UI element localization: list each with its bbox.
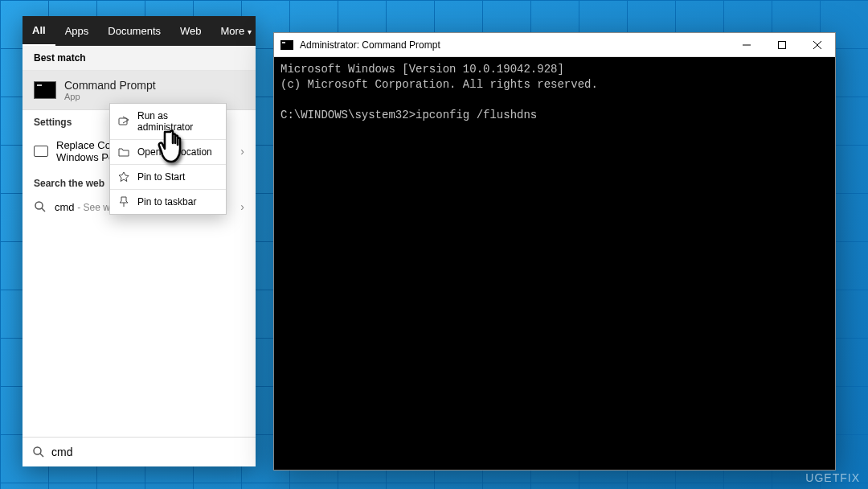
chevron-down-icon: ▾	[248, 27, 252, 36]
svg-point-0	[35, 202, 43, 209]
svg-line-3	[40, 454, 43, 457]
cmd-window: Administrator: Command Prompt Microsoft …	[273, 32, 836, 471]
tab-all[interactable]: All	[23, 16, 55, 46]
close-button[interactable]	[800, 33, 835, 57]
term-line-0: Microsoft Windows [Version 10.0.19042.92…	[280, 63, 564, 76]
tab-apps[interactable]: Apps	[55, 17, 99, 45]
monitor-icon	[34, 146, 48, 157]
best-match-subtitle: App	[64, 92, 156, 101]
search-field[interactable]	[23, 437, 256, 466]
term-prompt: C:\WINDOWS\system32>	[280, 109, 416, 121]
folder-icon	[118, 146, 129, 158]
cmd-app-icon	[34, 81, 56, 99]
context-menu: Run as administrator Open file location …	[109, 103, 227, 215]
tab-more[interactable]: More▾	[211, 17, 262, 45]
ctx-pin-to-taskbar[interactable]: Pin to taskbar	[110, 190, 226, 214]
tab-documents[interactable]: Documents	[98, 17, 170, 45]
watermark-text: UGETFIX	[805, 471, 860, 484]
ctx-pin-to-start[interactable]: Pin to Start	[110, 165, 226, 190]
terminal-body[interactable]: Microsoft Windows [Version 10.0.19042.92…	[274, 57, 835, 470]
search-icon	[34, 200, 47, 213]
window-title: Administrator: Command Prompt	[300, 39, 729, 51]
ctx-open-file-location[interactable]: Open file location	[110, 140, 226, 165]
pin-start-icon	[118, 171, 129, 183]
start-search-panel: All Apps Documents Web More▾ Best match …	[23, 16, 256, 466]
chevron-right-icon: ›	[240, 145, 244, 158]
titlebar[interactable]: Administrator: Command Prompt	[274, 33, 835, 57]
cmd-window-icon	[280, 40, 293, 50]
pin-taskbar-icon	[118, 196, 129, 208]
search-input[interactable]	[51, 446, 246, 458]
term-command: ipconfig /flushdns	[416, 109, 537, 121]
maximize-button[interactable]	[764, 33, 800, 57]
best-match-label: Best match	[23, 46, 256, 71]
admin-icon	[118, 116, 129, 127]
minimize-button[interactable]	[729, 33, 764, 57]
term-line-1: (c) Microsoft Corporation. All rights re…	[280, 78, 598, 91]
search-icon	[32, 446, 45, 458]
chevron-right-icon: ›	[240, 200, 244, 213]
svg-rect-6	[779, 41, 786, 48]
ctx-run-as-administrator[interactable]: Run as administrator	[110, 104, 226, 140]
svg-line-1	[42, 208, 45, 212]
best-match-title: Command Prompt	[64, 79, 156, 92]
search-tabs: All Apps Documents Web More▾	[23, 16, 256, 46]
tab-web[interactable]: Web	[170, 17, 211, 45]
svg-point-2	[34, 447, 41, 454]
